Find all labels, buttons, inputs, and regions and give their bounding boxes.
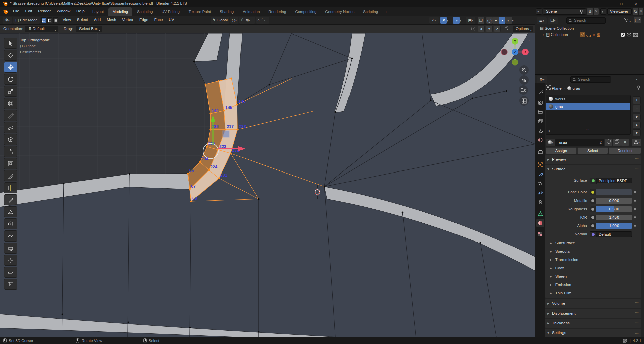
toggle-xray-button[interactable]: ❐: [478, 17, 484, 24]
viewport-menu-uv[interactable]: UV: [166, 18, 177, 22]
preview-panel[interactable]: ▸Preview::::: [545, 155, 641, 164]
overlays-icon[interactable]: ◑: [453, 17, 460, 24]
tool-edge-slide[interactable]: [4, 243, 17, 254]
properties-tab-particles[interactable]: [536, 180, 544, 188]
snap-target-icon[interactable]: ↹: [246, 18, 249, 22]
tab-modeling[interactable]: Modeling: [108, 7, 133, 16]
animate-decorator[interactable]: [634, 191, 636, 193]
new-collection-button[interactable]: ▢⁺: [634, 17, 641, 23]
subpanel-coat[interactable]: ▸Coat: [550, 264, 564, 272]
subpanel-thin-film[interactable]: ▸Thin Film: [550, 289, 571, 297]
surface-field-surface[interactable]: Principled BSDF: [590, 178, 632, 183]
tool-knife[interactable]: [4, 194, 17, 205]
slot-list-expand-icon[interactable]: ▸: [549, 128, 551, 133]
mirror-axis-y[interactable]: Y: [486, 26, 493, 32]
selected-vertex-68[interactable]: [190, 200, 192, 202]
blender-menu-icon[interactable]: [3, 9, 8, 14]
viewport-menu-face[interactable]: Face: [151, 18, 166, 22]
browse-material-dropdown[interactable]: ▾: [546, 139, 556, 146]
pivot-point-dropdown[interactable]: ◎▾: [230, 17, 238, 24]
breadcrumb-object[interactable]: Plane: [552, 86, 561, 90]
surface-field-ior[interactable]: 1.450: [590, 215, 632, 220]
properties-tab-scene[interactable]: [536, 127, 544, 135]
minimize-button[interactable]: —: [598, 0, 613, 7]
proportional-editing-controls[interactable]: ○ ⌃▾: [256, 17, 269, 24]
properties-options-icon[interactable]: ▾: [636, 78, 638, 81]
tool-spin[interactable]: [4, 218, 17, 229]
properties-tab-texture[interactable]: [536, 230, 544, 238]
drag-mode-dropdown[interactable]: Select Box ▾: [76, 26, 102, 32]
properties-tab-object[interactable]: [536, 161, 544, 169]
subpanel-sheen[interactable]: ▸Sheen: [550, 272, 567, 280]
orientation-default-dropdown[interactable]: ⇈ Default ▾: [25, 26, 58, 32]
outliner-display-mode-dropdown[interactable]: ☰▾: [537, 17, 547, 24]
unlink-scene-icon[interactable]: ✕: [594, 8, 599, 15]
viewport-menu-mesh[interactable]: Mesh: [104, 18, 119, 22]
panel-thickness[interactable]: ▸Thickness::::: [545, 319, 641, 328]
selected-vertex-145[interactable]: [223, 110, 225, 111]
visibility-dropdown[interactable]: ◐▾: [429, 17, 439, 24]
selected-vertex-224[interactable]: [208, 169, 210, 171]
viewport-menu-select[interactable]: Select: [74, 18, 91, 22]
material-preview-button[interactable]: ◑: [499, 17, 505, 24]
tool-rotate[interactable]: [4, 74, 17, 85]
gizmo-minus-x-ball[interactable]: [501, 49, 507, 55]
tab-layout[interactable]: Layout: [88, 7, 108, 16]
pin-id-icon[interactable]: [636, 85, 640, 90]
solid-shading-button[interactable]: ●: [493, 17, 499, 24]
pin-icon[interactable]: [580, 10, 583, 14]
move-slot-down-button[interactable]: ▼: [633, 129, 641, 136]
tool-transform[interactable]: [4, 98, 17, 109]
tool-shrink-fatten[interactable]: [4, 255, 17, 266]
magnet-icon[interactable]: ☉: [241, 18, 244, 22]
viewport-menu-vertex[interactable]: Vertex: [119, 18, 136, 22]
select-button[interactable]: Select: [577, 147, 608, 154]
properties-tab-view-layer[interactable]: [536, 117, 544, 125]
selected-vertex-67[interactable]: [189, 188, 190, 190]
tool-annotate[interactable]: [4, 110, 17, 121]
hide-eye-icon[interactable]: [626, 32, 632, 37]
tab-shading[interactable]: Shading: [215, 7, 238, 16]
viewlayer-icon[interactable]: ▾: [600, 8, 606, 15]
viewport-menu-add[interactable]: Add: [91, 18, 104, 22]
new-viewlayer-icon[interactable]: ⧉: [633, 8, 638, 15]
properties-tab-collection[interactable]: [536, 148, 544, 156]
tool-extrude-region[interactable]: [4, 146, 17, 157]
new-scene-icon[interactable]: ⧉: [587, 8, 593, 15]
base-color-swatch[interactable]: [596, 189, 632, 195]
gizmo-arrow-icon[interactable]: ↗: [440, 17, 447, 24]
viewlayer-selector[interactable]: ViewLayer: [607, 8, 632, 15]
assign-button[interactable]: Assign: [546, 147, 577, 154]
tab-compositing[interactable]: Compositing: [290, 7, 321, 16]
tool-move[interactable]: [4, 62, 17, 73]
remove-viewlayer-icon[interactable]: ✕: [639, 8, 643, 15]
camera-view-button[interactable]: [519, 85, 528, 95]
transform-orientation-dropdown[interactable]: ↰ Global ▾: [211, 17, 229, 24]
add-slot-button[interactable]: +: [633, 96, 641, 104]
active-tool-icon[interactable]: ✥▾: [3, 17, 12, 24]
properties-tab-render[interactable]: [536, 98, 544, 107]
proportional-circle-icon[interactable]: ○: [257, 18, 260, 22]
properties-tab-data[interactable]: [536, 210, 544, 218]
viewport-canvas[interactable]: 1441451462362172332352232322342246623167…: [0, 33, 535, 337]
mirror-axis-x[interactable]: X: [478, 26, 485, 32]
material-slot-weiss[interactable]: weiss: [546, 95, 630, 103]
selected-vertex-234[interactable]: [199, 161, 201, 163]
properties-search-input[interactable]: Search: [570, 76, 611, 83]
edge-select-button[interactable]: [47, 17, 52, 23]
selected-vertex-144[interactable]: [209, 113, 211, 114]
tool-bevel[interactable]: [4, 170, 17, 181]
selected-vertex-236[interactable]: [209, 129, 211, 130]
scene-collection-row[interactable]: ▤ Scene Collection: [540, 26, 574, 31]
surface-field-metallic[interactable]: 0.000: [590, 198, 632, 204]
properties-editor-type-dropdown[interactable]: ⚙▾: [537, 76, 547, 83]
menu-help[interactable]: Help: [73, 7, 88, 15]
mirror-icon[interactable]: [470, 26, 476, 32]
tool-shear[interactable]: [4, 267, 17, 278]
selected-vertex-146[interactable]: [236, 104, 238, 105]
animate-decorator[interactable]: [634, 216, 636, 218]
panel-displacement[interactable]: ▸Displacement::::: [545, 309, 641, 318]
move-slot-up-button[interactable]: ▲: [633, 122, 641, 128]
outliner-filter-mode-icon[interactable]: ❐▾: [548, 17, 558, 24]
close-button[interactable]: ✕: [629, 0, 643, 7]
